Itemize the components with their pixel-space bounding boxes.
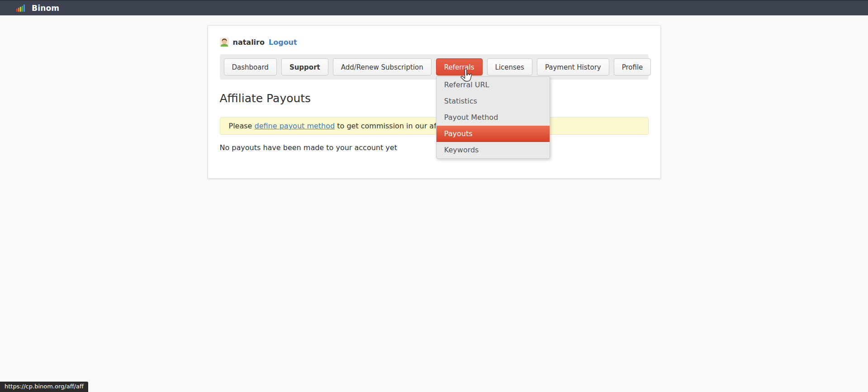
- user-name: nataliro: [233, 38, 265, 47]
- menu-item-statistics[interactable]: Statistics: [436, 93, 550, 109]
- nav-button-licenses[interactable]: Licenses: [487, 58, 532, 76]
- empty-payouts-message: No payouts have been made to your accoun…: [220, 143, 649, 152]
- user-row: nataliro Logout: [220, 38, 649, 47]
- nav-strip: Dashboard Support Add/Renew Subscription…: [220, 54, 649, 80]
- nav-button-referrals[interactable]: Referrals Referral URL Statistics Payout…: [436, 58, 483, 76]
- payout-method-notice: Please define payout method to get commi…: [220, 117, 649, 135]
- nav-button-support[interactable]: Support: [281, 58, 328, 76]
- nav-button-profile[interactable]: Profile: [614, 58, 651, 76]
- nav-button-referrals-label: Referrals: [444, 63, 474, 71]
- menu-item-payouts[interactable]: Payouts: [436, 126, 550, 142]
- menu-item-keywords[interactable]: Keywords: [436, 142, 550, 158]
- binom-logo-bar-chart-icon: [16, 5, 25, 12]
- menu-item-referral-url[interactable]: Referral URL: [436, 77, 550, 93]
- nav-button-add-renew-subscription[interactable]: Add/Renew Subscription: [333, 58, 432, 76]
- nav-button-payment-history[interactable]: Payment History: [537, 58, 609, 76]
- define-payout-method-link[interactable]: define payout method: [255, 122, 335, 130]
- user-avatar: [220, 38, 229, 47]
- nav-button-dashboard[interactable]: Dashboard: [224, 58, 277, 76]
- link-preview-status-bar: https://cp.binom.org/aff/aff: [0, 382, 88, 392]
- page-title: Affiliate Payouts: [220, 92, 649, 105]
- menu-item-payout-method[interactable]: Payout Method: [436, 109, 550, 126]
- account-card: nataliro Logout Dashboard Support Add/Re…: [208, 25, 661, 179]
- referrals-dropdown-menu: Referral URL Statistics Payout Method Pa…: [436, 76, 550, 159]
- logout-link[interactable]: Logout: [269, 38, 297, 47]
- top-bar: Binom: [0, 0, 868, 15]
- brand-title: Binom: [32, 4, 59, 13]
- notice-text-prefix: Please: [229, 122, 255, 130]
